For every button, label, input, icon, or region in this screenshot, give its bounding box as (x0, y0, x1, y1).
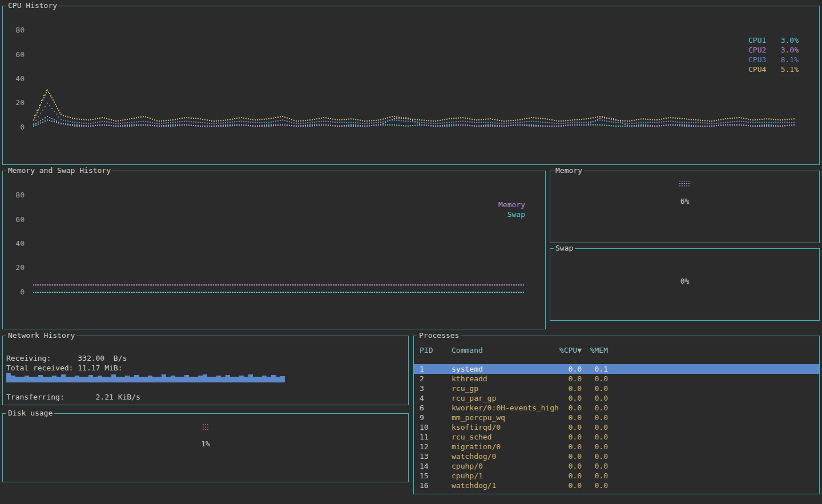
process-row[interactable]: 6kworker/0:0H-events_high0.00.0 (414, 403, 819, 413)
process-table-header: PID Command %CPU▼ %MEM (414, 345, 819, 355)
process-row[interactable]: 11rcu_sched0.00.0 (414, 432, 819, 442)
process-row[interactable]: 15cpuhp/10.00.0 (414, 471, 819, 481)
y-tick: 80 (7, 26, 25, 34)
cpu-legend-item: CPU38.1% (748, 55, 799, 64)
cpu-history-chart (3, 6, 819, 164)
cell-pid: 16 (420, 481, 429, 490)
cell-pid: 15 (420, 471, 429, 481)
cell-mem: 0.0 (587, 432, 608, 442)
cpu-history-panel: CPU History 80 60 40 20 0 CPU13.0%CPU23.… (2, 6, 820, 165)
cell-cpu: 0.0 (557, 413, 582, 422)
legend-label: CPU1 (748, 35, 766, 45)
cell-mem: 0.0 (587, 393, 608, 403)
cell-command: rcu_gp (452, 384, 478, 393)
cell-command: rcu_par_gp (452, 393, 496, 403)
disk-usage-value: 1% (3, 440, 408, 448)
process-row[interactable]: 2kthreadd0.00.0 (414, 374, 819, 384)
process-row[interactable]: 9mm_percpu_wq0.00.0 (414, 413, 819, 422)
cell-command: kthreadd (452, 374, 487, 384)
cell-cpu: 0.0 (557, 481, 582, 490)
y-tick: 0 (7, 288, 25, 296)
cell-mem: 0.0 (587, 403, 608, 413)
processes-title: Processes (417, 332, 461, 340)
swap-gauge-panel: Swap 0% (550, 248, 820, 321)
cell-cpu: 0.0 (557, 393, 582, 403)
cell-command: watchdog/0 (452, 451, 496, 461)
y-tick: 20 (7, 264, 25, 272)
network-history-panel: Network History Receiving: 332.00 B/s To… (2, 336, 409, 405)
cell-pid: 14 (420, 461, 429, 471)
cpu-legend-item: CPU45.1% (748, 64, 799, 74)
cell-cpu: 0.0 (557, 374, 582, 384)
legend-label: Memory (498, 200, 525, 209)
network-receiving-text: Receiving: 332.00 B/s (6, 354, 127, 362)
cell-command: ksoftirqd/0 (452, 422, 501, 432)
cell-mem: 0.0 (587, 374, 608, 384)
y-tick: 20 (7, 99, 25, 107)
processes-panel: Processes PID Command %CPU▼ %MEM 1system… (413, 336, 820, 494)
y-tick: 60 (7, 216, 25, 224)
process-row[interactable]: 3rcu_gp0.00.0 (414, 384, 819, 393)
cell-command: kworker/0:0H-events_high (452, 403, 559, 413)
cell-cpu: 0.0 (557, 451, 582, 461)
cell-pid: 11 (420, 432, 429, 442)
memory-gauge: 6% (550, 171, 819, 243)
legend-label: CPU3 (748, 55, 766, 64)
legend-value: 8.1% (781, 55, 799, 64)
column-command[interactable]: Command (452, 345, 483, 355)
cell-cpu: 0.0 (557, 364, 582, 374)
cell-mem: 0.0 (587, 422, 608, 432)
cell-cpu: 0.0 (557, 432, 582, 442)
memory-usage-dots-icon (679, 181, 691, 188)
network-transferring-text: Transferring: 2.21 KiB/s (6, 393, 140, 401)
cell-command: systemd (452, 364, 483, 374)
process-row[interactable]: 10ksoftirqd/00.00.0 (414, 422, 819, 432)
y-tick: 60 (7, 51, 25, 59)
cell-cpu: 0.0 (557, 384, 582, 393)
cell-command: cpuhp/1 (452, 471, 483, 481)
process-row[interactable]: 4rcu_par_gp0.00.0 (414, 393, 819, 403)
cell-command: cpuhp/0 (452, 461, 483, 471)
column-cpu-sort[interactable]: %CPU▼ (557, 345, 582, 355)
disk-usage-dots-icon (202, 424, 209, 431)
y-tick: 40 (7, 75, 25, 83)
y-tick: 80 (7, 191, 25, 199)
cell-pid: 1 (420, 364, 424, 374)
cell-mem: 0.0 (587, 442, 608, 451)
cell-mem: 0.0 (587, 481, 608, 490)
legend-label: Swap (498, 209, 525, 219)
cell-cpu: 0.0 (557, 471, 582, 481)
y-tick: 0 (7, 123, 25, 131)
legend-label: CPU4 (748, 64, 766, 74)
disk-gauge: 1% (3, 414, 408, 482)
memory-usage-value: 6% (550, 197, 819, 205)
process-row[interactable]: 1systemd0.00.1 (414, 364, 819, 374)
cell-mem: 0.0 (587, 413, 608, 422)
cell-pid: 2 (420, 374, 424, 384)
cell-cpu: 0.0 (557, 422, 582, 432)
memory-swap-chart (3, 171, 545, 329)
cell-pid: 10 (420, 422, 429, 432)
column-pid[interactable]: PID (420, 345, 433, 355)
cell-command: watchdog/1 (452, 481, 496, 490)
cell-command: migration/0 (452, 442, 501, 451)
process-row[interactable]: 16watchdog/10.00.0 (414, 481, 819, 490)
cell-mem: 0.0 (587, 461, 608, 471)
memory-gauge-panel: Memory 6% (550, 171, 820, 243)
process-row[interactable]: 13watchdog/00.00.0 (414, 451, 819, 461)
cell-pid: 12 (420, 442, 429, 451)
legend-value: 3.0% (781, 35, 799, 45)
cell-pid: 4 (420, 393, 424, 403)
cell-mem: 0.1 (587, 364, 608, 374)
legend-value: 5.1% (781, 64, 799, 74)
disk-usage-panel: Disk usage 1% (2, 413, 409, 482)
cell-cpu: 0.0 (557, 442, 582, 451)
process-row[interactable]: 14cpuhp/00.00.0 (414, 461, 819, 471)
swap-gauge: 0% (550, 249, 819, 320)
cell-command: rcu_sched (452, 432, 491, 442)
cell-mem: 0.0 (587, 384, 608, 393)
column-mem[interactable]: %MEM (587, 345, 608, 355)
cpu-legend-item: CPU13.0% (748, 35, 799, 45)
process-row[interactable]: 12migration/00.00.0 (414, 442, 819, 451)
cell-mem: 0.0 (587, 451, 608, 461)
